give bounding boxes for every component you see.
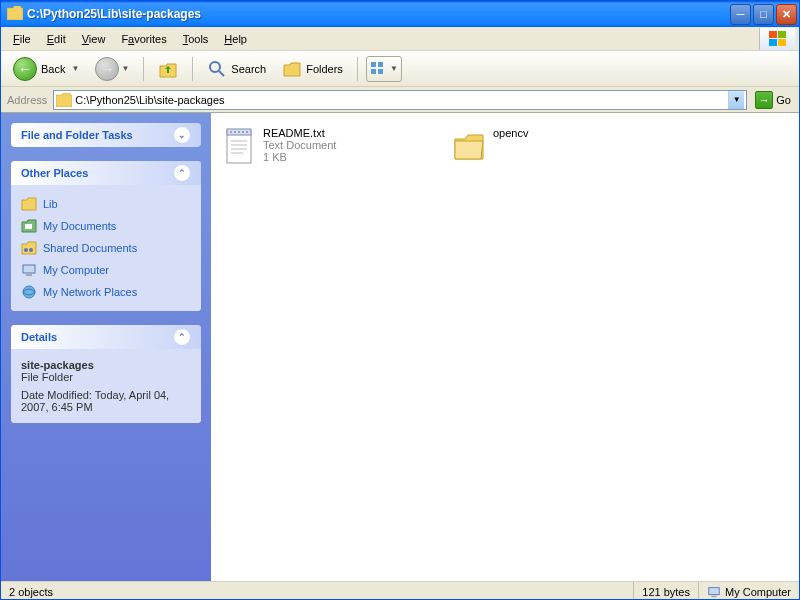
- folder-icon: [7, 6, 23, 22]
- svg-rect-6: [371, 62, 376, 67]
- svg-rect-0: [769, 31, 777, 38]
- svg-rect-1: [778, 31, 786, 38]
- places-header[interactable]: Other Places ⌃: [11, 161, 201, 185]
- maximize-button[interactable]: □: [753, 4, 774, 25]
- search-label: Search: [231, 63, 266, 75]
- menu-favorites[interactable]: Favorites: [113, 30, 174, 48]
- place-my-network[interactable]: My Network Places: [21, 281, 191, 303]
- status-bytes: 121 bytes: [634, 582, 699, 600]
- place-label: Shared Documents: [43, 242, 137, 254]
- minimize-button[interactable]: ─: [730, 4, 751, 25]
- status-location: My Computer: [699, 582, 799, 600]
- details-header[interactable]: Details ⌃: [11, 325, 201, 349]
- go-button[interactable]: → Go: [751, 90, 795, 110]
- svg-line-5: [219, 71, 224, 76]
- svg-rect-10: [25, 224, 32, 229]
- toolbar: ← Back ▼ → ▼ Search Folders ▼: [1, 51, 799, 87]
- address-bar: Address C:\Python25\Lib\site-packages ▼ …: [1, 87, 799, 113]
- menu-help[interactable]: Help: [216, 30, 255, 48]
- folder-icon: [451, 127, 487, 167]
- address-path: C:\Python25\Lib\site-packages: [75, 94, 725, 106]
- window-title: C:\Python25\Lib\site-packages: [27, 7, 730, 21]
- forward-button[interactable]: → ▼: [89, 55, 135, 83]
- file-name: README.txt: [263, 127, 336, 139]
- menu-edit[interactable]: Edit: [39, 30, 74, 48]
- svg-rect-13: [23, 265, 35, 273]
- details-name: site-packages: [21, 359, 191, 371]
- menu-view[interactable]: View: [74, 30, 114, 48]
- collapse-icon: ⌃: [173, 164, 191, 182]
- svg-rect-8: [371, 69, 376, 74]
- details-body: site-packages File Folder Date Modified:…: [11, 349, 201, 423]
- svg-rect-28: [711, 595, 716, 597]
- svg-point-19: [234, 131, 236, 133]
- menu-file[interactable]: File: [5, 30, 39, 48]
- windows-logo-icon: [759, 28, 795, 50]
- svg-point-4: [210, 62, 220, 72]
- places-body: Lib My Documents Shared Documents My Com…: [11, 185, 201, 311]
- place-label: My Computer: [43, 264, 109, 276]
- chevron-down-icon[interactable]: ▼: [71, 64, 79, 73]
- back-button[interactable]: ← Back ▼: [7, 55, 85, 83]
- chevron-down-icon[interactable]: ▼: [121, 64, 129, 73]
- details-panel: Details ⌃ site-packages File Folder Date…: [11, 325, 201, 423]
- file-name: opencv: [493, 127, 528, 139]
- close-button[interactable]: ✕: [776, 4, 797, 25]
- svg-point-12: [29, 248, 33, 252]
- svg-point-22: [246, 131, 248, 133]
- place-label: Lib: [43, 198, 58, 210]
- collapse-icon: ⌃: [173, 328, 191, 346]
- separator: [143, 57, 144, 81]
- address-input[interactable]: C:\Python25\Lib\site-packages ▼: [53, 90, 747, 110]
- place-label: My Network Places: [43, 286, 137, 298]
- place-lib[interactable]: Lib: [21, 193, 191, 215]
- file-readme[interactable]: README.txt Text Document 1 KB: [221, 127, 421, 167]
- search-button[interactable]: Search: [201, 55, 272, 83]
- folders-button[interactable]: Folders: [276, 55, 349, 83]
- details-type: File Folder: [21, 371, 191, 383]
- place-my-computer[interactable]: My Computer: [21, 259, 191, 281]
- tasks-header[interactable]: File and Folder Tasks ⌄: [11, 123, 201, 147]
- status-location-label: My Computer: [725, 586, 791, 598]
- svg-point-18: [230, 131, 232, 133]
- views-button[interactable]: ▼: [366, 56, 402, 82]
- separator: [192, 57, 193, 81]
- address-dropdown[interactable]: ▼: [728, 91, 744, 109]
- svg-point-15: [23, 286, 35, 298]
- back-label: Back: [41, 63, 65, 75]
- expand-icon: ⌄: [173, 126, 191, 144]
- up-button[interactable]: [152, 55, 184, 83]
- sidebar: File and Folder Tasks ⌄ Other Places ⌃ L…: [1, 113, 211, 581]
- place-shared-documents[interactable]: Shared Documents: [21, 237, 191, 259]
- tasks-title: File and Folder Tasks: [21, 129, 173, 141]
- menubar: File Edit View Favorites Tools Help: [1, 27, 799, 51]
- place-label: My Documents: [43, 220, 116, 232]
- content-area: File and Folder Tasks ⌄ Other Places ⌃ L…: [1, 113, 799, 581]
- tasks-panel: File and Folder Tasks ⌄: [11, 123, 201, 147]
- text-file-icon: [221, 127, 257, 167]
- details-title: Details: [21, 331, 173, 343]
- address-label: Address: [5, 94, 49, 106]
- folders-label: Folders: [306, 63, 343, 75]
- window-controls: ─ □ ✕: [730, 4, 797, 25]
- svg-rect-7: [378, 62, 383, 67]
- folder-icon: [56, 93, 72, 107]
- menu-tools[interactable]: Tools: [175, 30, 217, 48]
- file-list[interactable]: README.txt Text Document 1 KB opencv: [211, 113, 799, 581]
- folder-opencv[interactable]: opencv: [451, 127, 651, 167]
- svg-point-21: [242, 131, 244, 133]
- file-size: 1 KB: [263, 151, 336, 163]
- svg-rect-27: [709, 587, 720, 594]
- places-title: Other Places: [21, 167, 173, 179]
- svg-point-11: [24, 248, 28, 252]
- chevron-down-icon: ▼: [390, 64, 398, 73]
- place-my-documents[interactable]: My Documents: [21, 215, 191, 237]
- svg-rect-3: [778, 39, 786, 46]
- go-label: Go: [776, 94, 791, 106]
- places-panel: Other Places ⌃ Lib My Documents Shared D…: [11, 161, 201, 311]
- computer-icon: [707, 585, 721, 599]
- svg-rect-14: [26, 274, 32, 276]
- svg-rect-9: [378, 69, 383, 74]
- titlebar: C:\Python25\Lib\site-packages ─ □ ✕: [1, 1, 799, 27]
- details-modified: Date Modified: Today, April 04, 2007, 6:…: [21, 389, 191, 413]
